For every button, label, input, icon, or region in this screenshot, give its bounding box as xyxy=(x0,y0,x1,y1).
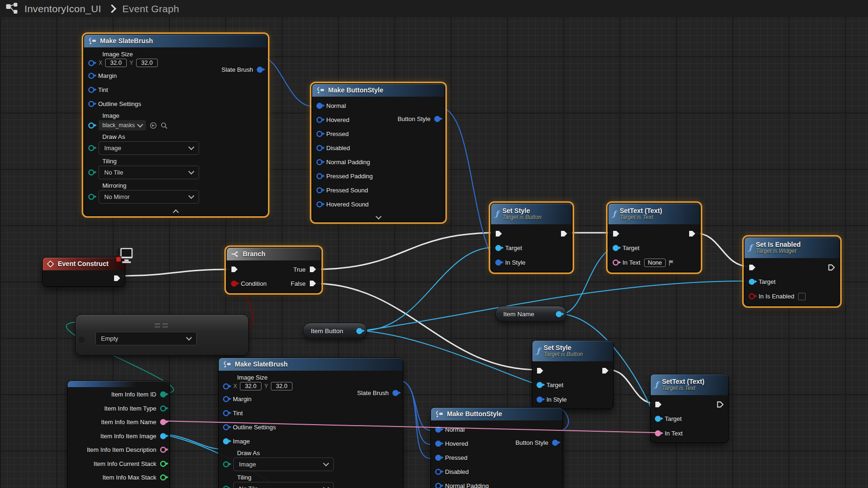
exec-pin[interactable] xyxy=(114,275,121,282)
node-set-is-enabled[interactable]: ƒSet Is EnabledTarget is WidgetTargetIn … xyxy=(744,237,840,306)
tiling-pin[interactable] xyxy=(88,169,94,175)
normal-pin[interactable] xyxy=(435,427,441,433)
hovered-pin[interactable] xyxy=(435,441,441,447)
target-pin[interactable] xyxy=(613,245,619,251)
condition-pin[interactable] xyxy=(231,281,237,287)
node-settext-2[interactable]: ƒSetText (Text)Target is TextTargetIn Te… xyxy=(650,374,729,443)
button-style-pin[interactable] xyxy=(552,440,558,446)
in-is-enabled-pin[interactable] xyxy=(749,293,755,299)
node-equal-enum[interactable]: ==Empty xyxy=(75,314,249,356)
result-pin[interactable] xyxy=(239,328,246,335)
node-settext-1[interactable]: ƒSetText (Text)Target is TextTargetIn Te… xyxy=(608,203,700,272)
node-header[interactable]: ƒSetText (Text)Target is Text xyxy=(651,374,728,395)
node-item-button[interactable]: Item Button xyxy=(303,323,367,339)
x-value-field[interactable]: 32.0 xyxy=(240,382,261,390)
normal-padding-pin[interactable] xyxy=(435,483,441,488)
pressed-pin[interactable] xyxy=(316,131,323,137)
node-item-info-outputs[interactable]: Item Info Item IDItem Info Item TypeItem… xyxy=(67,381,170,488)
y-value-field[interactable]: 32.0 xyxy=(136,59,158,67)
target-pin[interactable] xyxy=(495,245,501,251)
item-info-item-type-pin[interactable] xyxy=(160,405,166,412)
image-size-pin[interactable] xyxy=(88,60,94,66)
slate-brush-pin[interactable] xyxy=(392,390,399,396)
item-info-item-name-pin[interactable] xyxy=(160,419,166,425)
tint-pin[interactable] xyxy=(223,410,229,416)
browse-to-asset-icon[interactable] xyxy=(150,122,157,129)
x-value-field[interactable]: 32.0 xyxy=(105,59,127,67)
disabled-pin[interactable] xyxy=(435,469,441,475)
node-set-style-1[interactable]: ƒSet StyleTarget is ButtonTargetIn Style xyxy=(491,203,572,272)
in-text-pin[interactable] xyxy=(613,259,619,266)
tint-pin[interactable] xyxy=(88,87,94,93)
bool-checkbox[interactable] xyxy=(798,293,806,300)
input-a-pin[interactable] xyxy=(78,320,84,326)
exec-pin[interactable] xyxy=(309,266,316,273)
hovered-sound-pin[interactable] xyxy=(316,201,323,207)
node-header[interactable]: ƒSet StyleTarget is Button xyxy=(532,341,613,361)
node-make-buttonstyle-1[interactable]: Make ButtonStyleNormalHoveredPressedDisa… xyxy=(312,84,445,222)
pressed-padding-pin[interactable] xyxy=(316,173,323,179)
pressed-pin[interactable] xyxy=(435,455,441,461)
node-header[interactable]: Make ButtonStyle xyxy=(431,408,562,420)
input-b-pin[interactable] xyxy=(78,336,84,343)
enum-dropdown[interactable]: Image xyxy=(233,458,334,471)
draw-as-pin[interactable] xyxy=(223,461,229,467)
margin-pin[interactable] xyxy=(88,73,94,79)
collapse-node-button[interactable] xyxy=(84,207,267,215)
hovered-pin[interactable] xyxy=(316,117,323,123)
node-header[interactable]: ƒSet Is EnabledTarget is Widget xyxy=(745,237,839,258)
node-header[interactable]: ƒSet StyleTarget is Button xyxy=(491,204,572,224)
enum-dropdown[interactable]: No Tile xyxy=(233,482,334,488)
target-pin[interactable] xyxy=(655,416,661,422)
mirroring-pin[interactable] xyxy=(88,194,94,200)
disabled-pin[interactable] xyxy=(316,145,323,151)
image-size-pin[interactable] xyxy=(223,383,229,389)
node-item-name[interactable]: Item Name xyxy=(495,306,567,322)
slate-brush-pin[interactable] xyxy=(257,67,263,73)
draw-as-pin[interactable] xyxy=(88,145,94,151)
exec-pin[interactable] xyxy=(231,266,238,273)
exec-pin[interactable] xyxy=(309,280,316,287)
exec-pin[interactable] xyxy=(828,264,835,271)
exec-pin[interactable] xyxy=(749,264,756,271)
node-header[interactable]: Make ButtonStyle xyxy=(312,84,445,97)
in-style-pin[interactable] xyxy=(495,259,501,266)
target-pin[interactable] xyxy=(537,382,543,388)
item-info-item-id-pin[interactable] xyxy=(160,391,166,397)
margin-pin[interactable] xyxy=(223,396,229,402)
node-make-buttonstyle-2[interactable]: Make ButtonStyleNormalHoveredPressedDisa… xyxy=(430,407,563,488)
item-name-pin[interactable] xyxy=(556,311,562,317)
exec-pin[interactable] xyxy=(537,367,544,374)
normal-padding-pin[interactable] xyxy=(316,159,323,165)
search-asset-icon[interactable] xyxy=(161,122,168,129)
in-style-pin[interactable] xyxy=(537,396,543,403)
enum-dropdown[interactable]: Empty xyxy=(95,332,197,345)
item-info-item-description-pin[interactable] xyxy=(160,447,166,453)
enum-dropdown[interactable]: Image xyxy=(99,141,199,155)
target-pin[interactable] xyxy=(749,279,755,285)
node-header[interactable]: Branch xyxy=(227,248,321,260)
pressed-sound-pin[interactable] xyxy=(316,187,323,193)
breadcrumb-root[interactable]: InventoryIcon_UI xyxy=(24,3,101,15)
exec-pin[interactable] xyxy=(689,230,696,237)
item-button-pin[interactable] xyxy=(356,328,362,334)
in-text-pin[interactable] xyxy=(655,430,661,436)
item-info-item-image-pin[interactable] xyxy=(160,433,166,439)
y-value-field[interactable]: 32.0 xyxy=(271,382,292,390)
asset-dropdown[interactable]: black_masks xyxy=(99,120,146,130)
text-value-field[interactable]: None xyxy=(644,259,666,267)
node-header[interactable]: Make SlateBrush xyxy=(219,358,403,371)
node-make-slatebrush-1[interactable]: Make SlateBrushImage SizeX32.0Y32.0Margi… xyxy=(84,34,268,216)
node-header[interactable]: Make SlateBrush xyxy=(84,35,267,47)
exec-pin[interactable] xyxy=(602,367,609,374)
node-make-slatebrush-2[interactable]: Make SlateBrushImage SizeX32.0Y32.0Margi… xyxy=(218,358,403,488)
expand-node-button[interactable] xyxy=(312,213,445,221)
image-pin[interactable] xyxy=(223,438,229,444)
exec-pin[interactable] xyxy=(495,230,502,237)
exec-pin[interactable] xyxy=(613,230,620,237)
node-header[interactable]: ƒSetText (Text)Target is Text xyxy=(608,204,700,224)
button-style-pin[interactable] xyxy=(434,116,440,122)
outline-settings-pin[interactable] xyxy=(223,424,229,430)
exec-pin[interactable] xyxy=(717,401,724,408)
image-pin[interactable] xyxy=(88,122,94,129)
